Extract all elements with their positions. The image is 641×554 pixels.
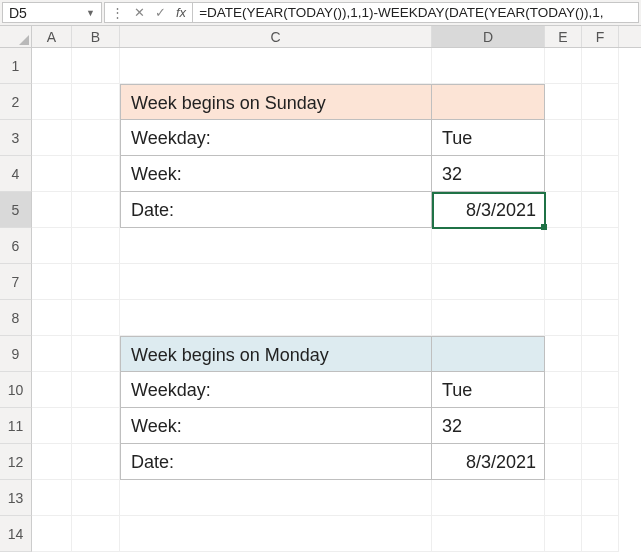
cell-D3[interactable]: Tue [432,120,545,156]
cell-D5[interactable]: 8/3/2021 [432,192,545,228]
cell-F7[interactable] [582,264,619,300]
cell-E1[interactable] [545,48,582,84]
cell-A5[interactable] [32,192,72,228]
cell-B6[interactable] [72,228,120,264]
select-all-corner[interactable] [0,26,32,47]
cell-C2[interactable]: Week begins on Sunday [120,84,432,120]
cell-E12[interactable] [545,444,582,480]
cell-C10[interactable]: Weekday: [120,372,432,408]
cell-A1[interactable] [32,48,72,84]
cell-C8[interactable] [120,300,432,336]
cell-D8[interactable] [432,300,545,336]
cell-F14[interactable] [582,516,619,552]
col-head-A[interactable]: A [32,26,72,47]
name-box[interactable]: D5 ▼ [2,2,102,23]
cell-D2[interactable] [432,84,545,120]
cell-B4[interactable] [72,156,120,192]
cell-A9[interactable] [32,336,72,372]
row-head-13[interactable]: 13 [0,480,32,516]
cell-E8[interactable] [545,300,582,336]
cell-D12[interactable]: 8/3/2021 [432,444,545,480]
cell-F3[interactable] [582,120,619,156]
cell-C11[interactable]: Week: [120,408,432,444]
cell-B11[interactable] [72,408,120,444]
row-head-6[interactable]: 6 [0,228,32,264]
cell-E9[interactable] [545,336,582,372]
cell-D9[interactable] [432,336,545,372]
cell-A14[interactable] [32,516,72,552]
chevron-down-icon[interactable]: ▼ [86,8,95,18]
cell-E4[interactable] [545,156,582,192]
col-head-C[interactable]: C [120,26,432,47]
row-head-14[interactable]: 14 [0,516,32,552]
cell-B7[interactable] [72,264,120,300]
cell-C6[interactable] [120,228,432,264]
cell-C3[interactable]: Weekday: [120,120,432,156]
row-head-2[interactable]: 2 [0,84,32,120]
cell-C9[interactable]: Week begins on Monday [120,336,432,372]
cell-F11[interactable] [582,408,619,444]
formula-input[interactable]: =DATE(YEAR(TODAY()),1,1)-WEEKDAY(DATE(YE… [193,2,639,23]
cell-E10[interactable] [545,372,582,408]
cell-E2[interactable] [545,84,582,120]
cell-C14[interactable] [120,516,432,552]
cell-F13[interactable] [582,480,619,516]
cell-F8[interactable] [582,300,619,336]
cell-F4[interactable] [582,156,619,192]
cell-F5[interactable] [582,192,619,228]
cell-F2[interactable] [582,84,619,120]
cell-B8[interactable] [72,300,120,336]
cell-C13[interactable] [120,480,432,516]
cell-F12[interactable] [582,444,619,480]
cell-C4[interactable]: Week: [120,156,432,192]
cell-E11[interactable] [545,408,582,444]
cell-A11[interactable] [32,408,72,444]
cell-C12[interactable]: Date: [120,444,432,480]
row-head-7[interactable]: 7 [0,264,32,300]
cell-F10[interactable] [582,372,619,408]
cell-A12[interactable] [32,444,72,480]
cell-A4[interactable] [32,156,72,192]
cell-F1[interactable] [582,48,619,84]
cancel-icon[interactable]: ✕ [134,6,145,19]
row-head-12[interactable]: 12 [0,444,32,480]
cell-D14[interactable] [432,516,545,552]
col-head-B[interactable]: B [72,26,120,47]
cell-F9[interactable] [582,336,619,372]
cell-E7[interactable] [545,264,582,300]
cell-B12[interactable] [72,444,120,480]
cell-D10[interactable]: Tue [432,372,545,408]
cell-A6[interactable] [32,228,72,264]
row-head-3[interactable]: 3 [0,120,32,156]
row-head-1[interactable]: 1 [0,48,32,84]
row-head-5[interactable]: 5 [0,192,32,228]
cell-C5[interactable]: Date: [120,192,432,228]
cell-A13[interactable] [32,480,72,516]
fx-icon[interactable]: fx [176,5,186,20]
cell-B5[interactable] [72,192,120,228]
row-head-11[interactable]: 11 [0,408,32,444]
cell-E3[interactable] [545,120,582,156]
cell-B9[interactable] [72,336,120,372]
cell-E14[interactable] [545,516,582,552]
cell-A3[interactable] [32,120,72,156]
cell-C7[interactable] [120,264,432,300]
col-head-D[interactable]: D [432,26,545,47]
dots-icon[interactable]: ⋮ [111,6,124,19]
cell-E13[interactable] [545,480,582,516]
cell-C1[interactable] [120,48,432,84]
row-head-9[interactable]: 9 [0,336,32,372]
cell-D11[interactable]: 32 [432,408,545,444]
cell-D7[interactable] [432,264,545,300]
cell-E6[interactable] [545,228,582,264]
col-head-E[interactable]: E [545,26,582,47]
cell-F6[interactable] [582,228,619,264]
cell-D6[interactable] [432,228,545,264]
cell-A7[interactable] [32,264,72,300]
cell-B2[interactable] [72,84,120,120]
cell-D1[interactable] [432,48,545,84]
cell-A10[interactable] [32,372,72,408]
cell-E5[interactable] [545,192,582,228]
cell-D4[interactable]: 32 [432,156,545,192]
cell-A8[interactable] [32,300,72,336]
